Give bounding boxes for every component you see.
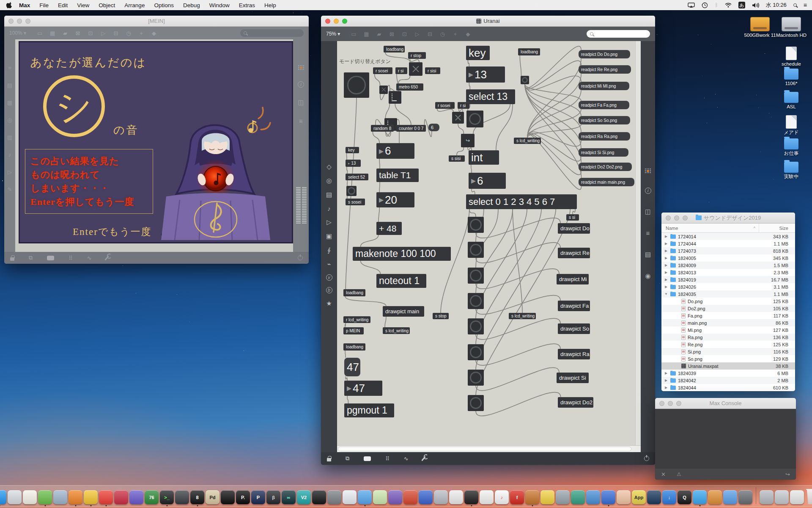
disclosure-triangle-icon[interactable]: ▶ <box>664 249 668 253</box>
table-row[interactable]: ▶18240422 MB <box>661 377 795 384</box>
patch-object-ssosei[interactable]: s sosei <box>346 199 365 205</box>
console-titlebar[interactable]: Max Console <box>655 398 796 409</box>
plug-icon[interactable]: ⌁ <box>327 260 331 268</box>
disclosure-triangle-icon[interactable]: ▼ <box>664 292 668 296</box>
patch-object-num20[interactable]: ▶20 <box>376 192 414 207</box>
airplay-icon[interactable] <box>688 3 695 8</box>
patch-object-dpRa[interactable]: drawpict Ra <box>558 349 590 359</box>
table-row[interactable]: Mi.png127 KB <box>661 326 795 334</box>
dock-icon-vinyl[interactable] <box>464 490 478 504</box>
patch-object-dpRe[interactable]: drawpict Re <box>558 248 590 258</box>
table-row[interactable]: Re.png125 KB <box>661 341 795 348</box>
patch-object-makenote[interactable]: makenote 100 100 <box>353 247 451 261</box>
new-object-icon[interactable]: ▭ <box>349 31 358 37</box>
clock-icon[interactable]: ◷ <box>438 31 447 37</box>
patch-object-bigbutton[interactable] <box>344 72 369 98</box>
vizzie-icon[interactable]: v <box>326 274 332 281</box>
dock-icon-folder-blue[interactable] <box>358 490 372 504</box>
search-input[interactable] <box>587 30 650 38</box>
dock-icon-scissors[interactable] <box>449 490 463 504</box>
patch-object-rp7[interactable]: readpict Si Si.png <box>579 148 628 157</box>
layers-icon[interactable]: ⧉ <box>346 455 349 462</box>
patch-object-gate1[interactable] <box>389 91 401 104</box>
patch-object-rp8[interactable]: readpict Do2 Do2.png <box>579 163 632 171</box>
patch-object-num13b[interactable]: ▶13 <box>466 66 505 83</box>
input-source-icon[interactable]: あ <box>738 2 745 8</box>
patch-object-rsoseiR[interactable]: r sosei <box>435 102 455 109</box>
patch-object-rp1[interactable]: readpict Do Do.png <box>579 50 630 58</box>
menu-item-arrange[interactable]: Arrange <box>120 2 149 8</box>
audio-icon[interactable]: ◎ <box>7 117 12 123</box>
delete-icon[interactable]: ⊠ <box>73 30 82 36</box>
vertical-scrollbar[interactable] <box>635 41 641 445</box>
dock-icon-window-1[interactable] <box>760 490 774 504</box>
new-object-icon[interactable]: ▭ <box>35 30 44 36</box>
table-row[interactable]: ▶18240132.3 MB <box>661 269 795 276</box>
inspector-box-icon[interactable]: ⊡ <box>400 31 409 37</box>
volume-icon[interactable] <box>752 3 759 8</box>
patch-object-dpFa[interactable]: drawpict Fa <box>558 301 590 311</box>
dock-icon-green-76[interactable]: 76 <box>145 490 159 504</box>
menu-item-object[interactable]: Object <box>94 2 120 8</box>
patch-object-btnR[interactable] <box>466 110 483 127</box>
patch-object-b7[interactable] <box>468 395 484 411</box>
columns-icon[interactable]: ◫ <box>298 99 304 106</box>
patch-object-msg47[interactable]: 47 <box>344 358 360 376</box>
rows-icon[interactable]: ▥ <box>7 134 12 141</box>
disclosure-triangle-icon[interactable]: ▶ <box>664 235 668 238</box>
patch-object-counter[interactable]: counter 0 0 7 <box>396 125 426 132</box>
dock-icon-itunes[interactable]: ♪ <box>495 490 509 504</box>
presentation-icon[interactable] <box>47 256 54 260</box>
objects-icon[interactable]: ◇ <box>326 163 332 171</box>
dock-icon-pen-blue[interactable] <box>419 490 433 504</box>
desktop-icon-お仕事[interactable]: お仕事 <box>772 138 810 156</box>
patch-object-rlcd[interactable]: r lcd_writing <box>343 316 370 323</box>
grid-toggle-icon[interactable]: ⠿ <box>385 456 390 462</box>
patch-object-lb3[interactable]: loadbang <box>343 343 365 351</box>
column-header-size[interactable]: Size <box>759 224 795 232</box>
dock-icon-document-stack[interactable] <box>790 490 804 504</box>
wrench-icon[interactable] <box>421 456 426 461</box>
patch-object-rstop[interactable]: r stop <box>408 52 426 59</box>
table-row[interactable]: Do2.png105 KB <box>661 305 795 312</box>
patch-object-btnsmall[interactable] <box>346 186 357 196</box>
keyboard-icon[interactable]: ▤ <box>7 82 12 88</box>
patch-object-b1[interactable] <box>468 242 484 258</box>
delete-icon[interactable]: ⊠ <box>387 31 396 37</box>
table-row[interactable]: main.png86 KB <box>661 319 795 326</box>
patch-object-gswitch2[interactable]: ↪ <box>461 134 475 147</box>
table-row[interactable]: ▶1724014343 KB <box>661 233 795 240</box>
desktop-icon-1106*[interactable]: 1106* <box>772 69 810 86</box>
desktop-icon-Macintosh HD[interactable]: Macintosh HD <box>772 17 810 38</box>
patch-object-num6big[interactable]: ▶6 <box>376 143 414 159</box>
dock-icon-flash[interactable]: f <box>510 490 524 504</box>
dock-icon-download[interactable]: ↓ <box>662 490 676 504</box>
dock-icon-doc-gray[interactable] <box>434 490 448 504</box>
dock-icon-mixer[interactable] <box>327 490 341 504</box>
menu-item-edit[interactable]: Edit <box>53 2 72 8</box>
keyboard-icon[interactable]: ▤ <box>326 191 332 199</box>
table-row[interactable]: Fa.png117 KB <box>661 312 795 319</box>
patch-object-sstop[interactable]: s stop <box>433 313 449 319</box>
mein-titlebar[interactable]: [MEIN] <box>4 16 309 27</box>
menu-item-debug[interactable]: Debug <box>178 2 205 8</box>
close-button[interactable] <box>325 19 330 24</box>
patch-object-msg6[interactable]: 6 <box>428 124 439 131</box>
disclosure-triangle-icon[interactable]: ▶ <box>664 271 668 274</box>
spotlight-icon[interactable] <box>793 3 797 7</box>
dock-icon-iterm[interactable] <box>175 490 189 504</box>
patch-object-plus48[interactable]: + 48 <box>376 222 402 235</box>
patch-object-num6b2[interactable]: ▶6 <box>469 173 506 189</box>
patch-object-b0[interactable] <box>468 217 484 233</box>
paint-icon[interactable]: ◆ <box>149 30 159 36</box>
export-icon[interactable]: ↪ <box>785 471 790 478</box>
menu-item-max[interactable]: Max <box>14 2 35 8</box>
dock-icon-garageband[interactable] <box>525 490 539 504</box>
play-icon[interactable]: ▷ <box>99 30 108 36</box>
audio-icon[interactable]: ◎ <box>326 177 332 185</box>
lock-icon[interactable] <box>327 458 331 461</box>
dock-icon-safari[interactable] <box>693 490 707 504</box>
menu-item-help[interactable]: Help <box>260 2 281 8</box>
patch-object-b6[interactable] <box>468 370 484 386</box>
add-icon[interactable]: + <box>137 30 146 36</box>
